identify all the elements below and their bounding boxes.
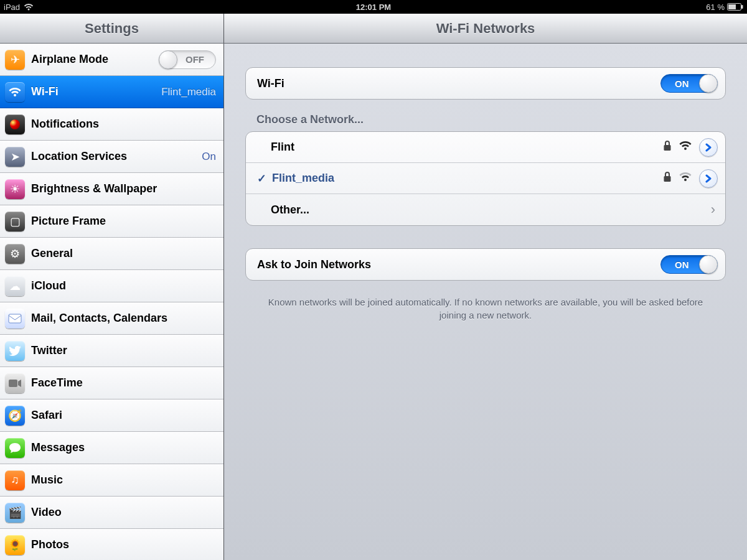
toggle-knob — [699, 255, 718, 274]
sidebar-item-label: Mail, Contacts, Calendars — [31, 312, 216, 325]
toggle-knob — [699, 74, 718, 93]
cell-label: Wi-Fi — [257, 77, 660, 90]
sidebar-item-video[interactable]: 🎬 Video — [0, 497, 223, 529]
detail-pane: Wi-Fi ON Choose a Network... Flint — [224, 44, 747, 560]
icloud-icon: ☁ — [5, 276, 25, 296]
wifi-signal-icon — [679, 172, 692, 185]
facetime-icon — [5, 373, 25, 393]
svg-rect-5 — [664, 145, 671, 151]
photos-icon: 🌻 — [5, 535, 25, 555]
airplane-icon: ✈ — [5, 50, 25, 70]
gear-icon: ⚙ — [5, 244, 25, 264]
wifi-toggle[interactable]: ON — [660, 74, 718, 93]
airplane-toggle[interactable]: OFF — [159, 50, 216, 69]
network-name: Flint — [271, 141, 663, 154]
svg-rect-2 — [728, 4, 736, 9]
wifi-status-icon — [24, 3, 34, 11]
networks-group: Flint ✓ Flint_media — [245, 131, 726, 226]
sidebar-item-label: Picture Frame — [31, 215, 216, 228]
network-row-other[interactable]: Other... › — [246, 194, 725, 225]
svg-rect-1 — [741, 5, 743, 9]
sidebar-item-value: Flint_media — [161, 86, 216, 98]
sidebar-item-label: Safari — [31, 409, 216, 422]
toggle-state: ON — [675, 259, 689, 270]
lock-icon — [663, 171, 672, 185]
sidebar-item-value: On — [202, 151, 216, 163]
page-title: Wi-Fi Networks — [224, 14, 747, 44]
sidebar-item-music[interactable]: ♫ Music — [0, 464, 223, 497]
device-name: iPad — [4, 2, 20, 12]
detail-disclosure-button[interactable] — [699, 138, 718, 157]
cell-label: Ask to Join Networks — [257, 258, 660, 271]
sidebar-item-twitter[interactable]: Twitter — [0, 335, 223, 367]
sidebar-item-label: Music — [31, 474, 216, 487]
network-row-flint-media[interactable]: ✓ Flint_media — [246, 163, 725, 194]
sidebar-item-pictureframe[interactable]: ▢ Picture Frame — [0, 205, 223, 238]
brightness-icon: ☀ — [5, 179, 25, 199]
sidebar-item-wifi[interactable]: Wi-Fi Flint_media — [0, 76, 223, 108]
sidebar-item-facetime[interactable]: FaceTime — [0, 367, 223, 399]
sidebar-item-notifications[interactable]: Notifications — [0, 108, 223, 141]
music-icon: ♫ — [5, 470, 25, 490]
mail-icon — [5, 309, 25, 329]
svg-rect-4 — [9, 380, 17, 387]
sidebar-title: Settings — [0, 14, 224, 44]
sidebar-item-label: Notifications — [31, 118, 216, 131]
footer-note: Known networks will be joined automatica… — [245, 291, 726, 322]
ask-to-join-toggle[interactable]: ON — [660, 255, 718, 274]
pictureframe-icon: ▢ — [5, 212, 25, 231]
sidebar-item-label: General — [31, 247, 216, 260]
sidebar-item-label: Brightness & Wallpaper — [31, 182, 216, 195]
lock-icon — [663, 140, 672, 154]
sidebar-item-mail[interactable]: Mail, Contacts, Calendars — [0, 302, 223, 335]
ask-to-join-row[interactable]: Ask to Join Networks ON — [246, 249, 725, 280]
sidebar-item-label: Messages — [31, 441, 216, 454]
checkmark-icon: ✓ — [257, 172, 270, 185]
toggle-knob — [159, 50, 177, 69]
sidebar-item-brightness[interactable]: ☀ Brightness & Wallpaper — [0, 173, 223, 205]
wifi-icon — [5, 82, 25, 102]
sidebar-item-label: Location Services — [31, 150, 195, 163]
sidebar-item-label: Twitter — [31, 344, 216, 357]
choose-network-header: Choose a Network... — [256, 113, 726, 126]
network-name: Other... — [271, 203, 711, 217]
chevron-right-icon: › — [711, 202, 718, 218]
sidebar-item-label: Wi-Fi — [31, 85, 155, 98]
svg-rect-3 — [9, 314, 21, 323]
location-icon: ➤ — [5, 147, 25, 167]
battery-icon — [727, 3, 743, 11]
wifi-master-group: Wi-Fi ON — [245, 67, 726, 100]
sidebar-item-label: Video — [31, 506, 216, 519]
sidebar-item-label: FaceTime — [31, 376, 216, 390]
safari-icon: 🧭 — [5, 406, 25, 426]
sidebar-item-label: iCloud — [31, 279, 216, 292]
toggle-state: OFF — [186, 54, 204, 65]
twitter-icon — [5, 341, 25, 361]
video-icon: 🎬 — [5, 503, 25, 523]
network-row-flint[interactable]: Flint — [246, 132, 725, 163]
settings-sidebar: ✈ Airplane Mode OFF Wi-Fi Flint_media No… — [0, 44, 224, 560]
notifications-icon — [5, 114, 25, 134]
sidebar-item-photos[interactable]: 🌻 Photos — [0, 529, 223, 560]
wifi-master-switch-row[interactable]: Wi-Fi ON — [246, 68, 725, 99]
clock: 12:01 PM — [356, 2, 391, 12]
wifi-signal-icon — [679, 141, 692, 154]
sidebar-item-safari[interactable]: 🧭 Safari — [0, 399, 223, 432]
sidebar-item-airplane[interactable]: ✈ Airplane Mode OFF — [0, 44, 223, 76]
messages-icon — [5, 438, 25, 458]
sidebar-item-messages[interactable]: Messages — [0, 432, 223, 464]
toggle-state: ON — [675, 78, 689, 89]
sidebar-item-icloud[interactable]: ☁ iCloud — [0, 270, 223, 302]
sidebar-item-location[interactable]: ➤ Location Services On — [0, 141, 223, 173]
battery-percent: 61 % — [706, 2, 725, 12]
network-name: Flint_media — [272, 172, 663, 185]
sidebar-item-general[interactable]: ⚙ General — [0, 238, 223, 270]
sidebar-item-label: Airplane Mode — [31, 53, 153, 66]
sidebar-item-label: Photos — [31, 538, 216, 551]
detail-disclosure-button[interactable] — [699, 169, 718, 188]
svg-rect-6 — [664, 176, 671, 182]
ask-join-group: Ask to Join Networks ON — [245, 248, 726, 281]
status-bar: iPad 12:01 PM 61 % — [0, 0, 747, 14]
